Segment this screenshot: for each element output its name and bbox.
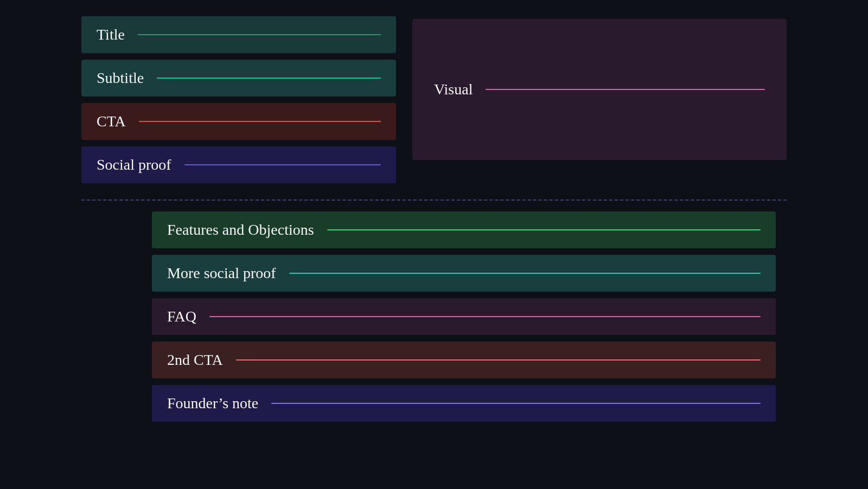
second-cta-line <box>236 359 761 361</box>
cta-label: CTA <box>97 113 126 130</box>
left-column: Title Subtitle CTA Social proof <box>81 16 396 183</box>
more-social-line <box>289 273 761 274</box>
bottom-section: Features and Objections More social proo… <box>81 211 787 422</box>
social-proof-block: Social proof <box>81 146 396 183</box>
founders-note-label: Founder’s note <box>167 395 258 412</box>
subtitle-line <box>157 78 381 79</box>
page-layout: Title Subtitle CTA Social proof Visual <box>0 0 868 489</box>
more-social-label: More social proof <box>167 265 276 282</box>
more-social-block: More social proof <box>152 255 776 292</box>
cta-line <box>139 121 381 123</box>
title-label: Title <box>97 26 125 43</box>
second-cta-block: 2nd CTA <box>152 342 776 378</box>
features-label: Features and Objections <box>167 221 314 239</box>
cta-block: CTA <box>81 103 396 140</box>
features-block: Features and Objections <box>152 211 776 248</box>
title-line <box>138 34 381 36</box>
subtitle-label: Subtitle <box>97 69 144 87</box>
top-section: Title Subtitle CTA Social proof Visual <box>81 16 787 183</box>
visual-line <box>486 89 765 91</box>
section-divider <box>81 200 787 201</box>
social-proof-line <box>184 164 381 166</box>
features-line <box>327 229 761 231</box>
founders-note-block: Founder’s note <box>152 385 776 422</box>
visual-block: Visual <box>412 19 787 160</box>
faq-line <box>209 316 761 318</box>
social-proof-label: Social proof <box>97 156 171 173</box>
subtitle-block: Subtitle <box>81 60 396 96</box>
founders-note-line <box>271 403 761 404</box>
faq-block: FAQ <box>152 298 776 335</box>
visual-label: Visual <box>434 81 473 98</box>
second-cta-label: 2nd CTA <box>167 351 223 369</box>
faq-label: FAQ <box>167 308 196 325</box>
title-block: Title <box>81 16 396 53</box>
